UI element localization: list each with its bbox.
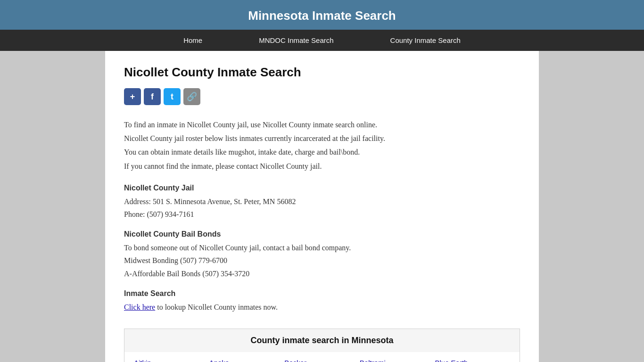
county-section: County inmate search in Minnesota Aitkin… (124, 329, 520, 362)
twitter-button[interactable]: t (164, 88, 181, 105)
inmate-search-body: Click here to lookup Nicollet County inm… (124, 301, 520, 313)
intro-line-2: Nicollet County jail roster below lists … (124, 132, 520, 145)
nav-home[interactable]: Home (155, 30, 231, 51)
facebook-button[interactable]: f (144, 88, 161, 105)
intro-line-4: If you cannot find the inmate, please co… (124, 160, 520, 173)
inmate-search-link[interactable]: Click here (124, 303, 155, 311)
county-link[interactable]: Blue Earth (435, 357, 510, 362)
main-content: Nicollet County Inmate Search + f t 🔗 To… (105, 51, 539, 362)
bail-section: Nicollet County Bail Bonds To bond someo… (124, 230, 520, 280)
site-title: Minnesota Inmate Search (0, 8, 644, 23)
page-title: Nicollet County Inmate Search (124, 65, 520, 80)
copy-link-button[interactable]: 🔗 (183, 88, 200, 105)
county-section-title: County inmate search in Minnesota (124, 329, 520, 352)
nav-mndoc[interactable]: MNDOC Inmate Search (231, 30, 362, 51)
inmate-search-section: Inmate Search Click here to lookup Nicol… (124, 289, 520, 313)
county-link[interactable]: Beltrami (360, 357, 435, 362)
intro-text: To find an inmate in Nicollet County jai… (124, 118, 520, 173)
bail-heading: Nicollet County Bail Bonds (124, 230, 520, 239)
share-button[interactable]: + (124, 88, 141, 105)
county-grid: AitkinAnokaBeckerBeltramiBlue EarthBrown… (124, 352, 520, 362)
county-link[interactable]: Anoka (209, 357, 285, 362)
jail-section: Nicollet County Jail Address: 501 S. Min… (124, 184, 520, 221)
nav-bar: Home MNDOC Inmate Search County Inmate S… (0, 30, 644, 51)
social-share-bar: + f t 🔗 (124, 88, 520, 105)
inmate-search-heading: Inmate Search (124, 289, 520, 298)
inmate-search-suffix: to lookup Nicollet County inmates now. (155, 303, 278, 311)
jail-heading: Nicollet County Jail (124, 184, 520, 192)
intro-line-1: To find an inmate in Nicollet County jai… (124, 118, 520, 131)
county-link[interactable]: Becker (284, 357, 360, 362)
county-link[interactable]: Aitkin (134, 357, 209, 362)
bail-body: To bond someone out of Nicollet County j… (124, 241, 520, 280)
site-header: Minnesota Inmate Search (0, 0, 644, 30)
jail-address: Address: 501 S. Minnesota Avenue, St. Pe… (124, 195, 520, 221)
intro-line-3: You can obtain inmate details like mugsh… (124, 146, 520, 158)
nav-county[interactable]: County Inmate Search (362, 30, 489, 51)
